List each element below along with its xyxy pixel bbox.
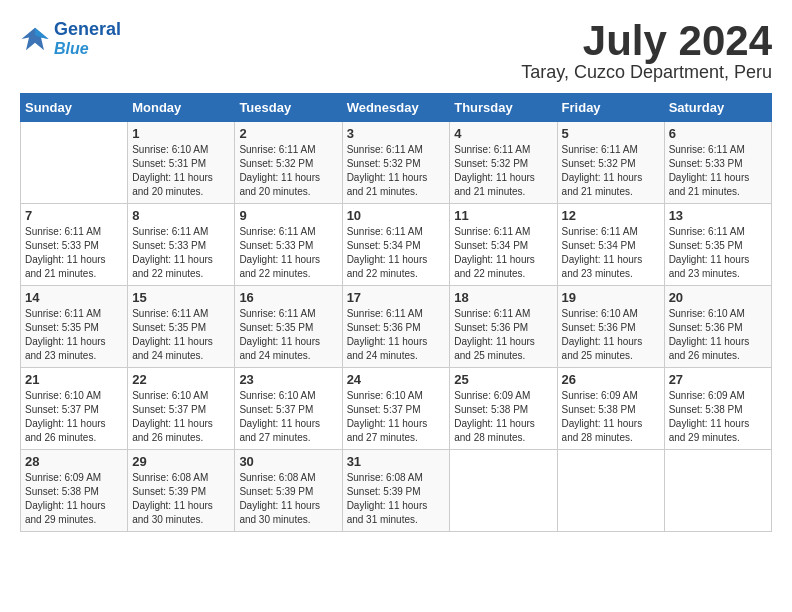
day-number: 27	[669, 372, 767, 387]
calendar-cell: 27Sunrise: 6:09 AMSunset: 5:38 PMDayligh…	[664, 368, 771, 450]
day-info: Sunrise: 6:11 AMSunset: 5:35 PMDaylight:…	[669, 225, 767, 281]
day-info: Sunrise: 6:11 AMSunset: 5:35 PMDaylight:…	[132, 307, 230, 363]
day-info: Sunrise: 6:09 AMSunset: 5:38 PMDaylight:…	[25, 471, 123, 527]
day-number: 15	[132, 290, 230, 305]
calendar-cell: 14Sunrise: 6:11 AMSunset: 5:35 PMDayligh…	[21, 286, 128, 368]
calendar-cell: 25Sunrise: 6:09 AMSunset: 5:38 PMDayligh…	[450, 368, 557, 450]
day-number: 17	[347, 290, 446, 305]
day-number: 29	[132, 454, 230, 469]
calendar-cell: 6Sunrise: 6:11 AMSunset: 5:33 PMDaylight…	[664, 122, 771, 204]
logo-icon	[20, 24, 50, 54]
calendar-cell: 17Sunrise: 6:11 AMSunset: 5:36 PMDayligh…	[342, 286, 450, 368]
weekday-header-friday: Friday	[557, 94, 664, 122]
calendar-cell: 2Sunrise: 6:11 AMSunset: 5:32 PMDaylight…	[235, 122, 342, 204]
day-number: 10	[347, 208, 446, 223]
day-number: 22	[132, 372, 230, 387]
calendar-cell: 11Sunrise: 6:11 AMSunset: 5:34 PMDayligh…	[450, 204, 557, 286]
day-info: Sunrise: 6:11 AMSunset: 5:32 PMDaylight:…	[454, 143, 552, 199]
day-number: 16	[239, 290, 337, 305]
calendar-cell: 18Sunrise: 6:11 AMSunset: 5:36 PMDayligh…	[450, 286, 557, 368]
month-title: July 2024	[521, 20, 772, 62]
day-number: 23	[239, 372, 337, 387]
day-info: Sunrise: 6:11 AMSunset: 5:32 PMDaylight:…	[347, 143, 446, 199]
calendar-cell	[557, 450, 664, 532]
day-number: 13	[669, 208, 767, 223]
weekday-header-sunday: Sunday	[21, 94, 128, 122]
day-number: 11	[454, 208, 552, 223]
day-number: 20	[669, 290, 767, 305]
day-number: 14	[25, 290, 123, 305]
day-info: Sunrise: 6:08 AMSunset: 5:39 PMDaylight:…	[132, 471, 230, 527]
logo-line1: General	[54, 19, 121, 39]
calendar-cell: 21Sunrise: 6:10 AMSunset: 5:37 PMDayligh…	[21, 368, 128, 450]
day-info: Sunrise: 6:08 AMSunset: 5:39 PMDaylight:…	[347, 471, 446, 527]
calendar-cell: 30Sunrise: 6:08 AMSunset: 5:39 PMDayligh…	[235, 450, 342, 532]
day-info: Sunrise: 6:11 AMSunset: 5:33 PMDaylight:…	[25, 225, 123, 281]
day-info: Sunrise: 6:10 AMSunset: 5:37 PMDaylight:…	[239, 389, 337, 445]
day-info: Sunrise: 6:11 AMSunset: 5:35 PMDaylight:…	[25, 307, 123, 363]
weekday-header-saturday: Saturday	[664, 94, 771, 122]
calendar-cell: 26Sunrise: 6:09 AMSunset: 5:38 PMDayligh…	[557, 368, 664, 450]
day-number: 25	[454, 372, 552, 387]
calendar-cell: 5Sunrise: 6:11 AMSunset: 5:32 PMDaylight…	[557, 122, 664, 204]
day-number: 30	[239, 454, 337, 469]
day-number: 6	[669, 126, 767, 141]
day-number: 28	[25, 454, 123, 469]
day-info: Sunrise: 6:11 AMSunset: 5:33 PMDaylight:…	[132, 225, 230, 281]
day-info: Sunrise: 6:11 AMSunset: 5:33 PMDaylight:…	[239, 225, 337, 281]
day-info: Sunrise: 6:11 AMSunset: 5:34 PMDaylight:…	[454, 225, 552, 281]
calendar-table: SundayMondayTuesdayWednesdayThursdayFrid…	[20, 93, 772, 532]
logo-line2: Blue	[54, 40, 121, 58]
calendar-cell: 20Sunrise: 6:10 AMSunset: 5:36 PMDayligh…	[664, 286, 771, 368]
day-info: Sunrise: 6:11 AMSunset: 5:33 PMDaylight:…	[669, 143, 767, 199]
calendar-cell: 3Sunrise: 6:11 AMSunset: 5:32 PMDaylight…	[342, 122, 450, 204]
calendar-cell	[664, 450, 771, 532]
calendar-cell: 29Sunrise: 6:08 AMSunset: 5:39 PMDayligh…	[128, 450, 235, 532]
day-info: Sunrise: 6:11 AMSunset: 5:32 PMDaylight:…	[562, 143, 660, 199]
calendar-cell: 22Sunrise: 6:10 AMSunset: 5:37 PMDayligh…	[128, 368, 235, 450]
location-title: Taray, Cuzco Department, Peru	[521, 62, 772, 83]
calendar-cell	[21, 122, 128, 204]
day-number: 26	[562, 372, 660, 387]
day-info: Sunrise: 6:11 AMSunset: 5:34 PMDaylight:…	[347, 225, 446, 281]
day-number: 1	[132, 126, 230, 141]
day-info: Sunrise: 6:10 AMSunset: 5:37 PMDaylight:…	[347, 389, 446, 445]
calendar-cell: 1Sunrise: 6:10 AMSunset: 5:31 PMDaylight…	[128, 122, 235, 204]
calendar-cell: 8Sunrise: 6:11 AMSunset: 5:33 PMDaylight…	[128, 204, 235, 286]
page-header: General Blue July 2024 Taray, Cuzco Depa…	[20, 20, 772, 83]
day-info: Sunrise: 6:10 AMSunset: 5:37 PMDaylight:…	[132, 389, 230, 445]
calendar-cell: 9Sunrise: 6:11 AMSunset: 5:33 PMDaylight…	[235, 204, 342, 286]
day-number: 8	[132, 208, 230, 223]
calendar-cell: 19Sunrise: 6:10 AMSunset: 5:36 PMDayligh…	[557, 286, 664, 368]
day-info: Sunrise: 6:11 AMSunset: 5:36 PMDaylight:…	[347, 307, 446, 363]
calendar-body: 1Sunrise: 6:10 AMSunset: 5:31 PMDaylight…	[21, 122, 772, 532]
day-info: Sunrise: 6:11 AMSunset: 5:35 PMDaylight:…	[239, 307, 337, 363]
calendar-week-4: 21Sunrise: 6:10 AMSunset: 5:37 PMDayligh…	[21, 368, 772, 450]
weekday-header-row: SundayMondayTuesdayWednesdayThursdayFrid…	[21, 94, 772, 122]
calendar-cell: 31Sunrise: 6:08 AMSunset: 5:39 PMDayligh…	[342, 450, 450, 532]
day-number: 19	[562, 290, 660, 305]
day-number: 3	[347, 126, 446, 141]
weekday-header-monday: Monday	[128, 94, 235, 122]
day-number: 24	[347, 372, 446, 387]
weekday-header-tuesday: Tuesday	[235, 94, 342, 122]
calendar-week-1: 1Sunrise: 6:10 AMSunset: 5:31 PMDaylight…	[21, 122, 772, 204]
weekday-header-thursday: Thursday	[450, 94, 557, 122]
calendar-cell: 10Sunrise: 6:11 AMSunset: 5:34 PMDayligh…	[342, 204, 450, 286]
day-number: 21	[25, 372, 123, 387]
day-number: 12	[562, 208, 660, 223]
day-number: 4	[454, 126, 552, 141]
logo: General Blue	[20, 20, 121, 57]
day-info: Sunrise: 6:11 AMSunset: 5:32 PMDaylight:…	[239, 143, 337, 199]
day-info: Sunrise: 6:11 AMSunset: 5:34 PMDaylight:…	[562, 225, 660, 281]
day-number: 7	[25, 208, 123, 223]
day-number: 5	[562, 126, 660, 141]
calendar-cell: 28Sunrise: 6:09 AMSunset: 5:38 PMDayligh…	[21, 450, 128, 532]
day-number: 18	[454, 290, 552, 305]
day-info: Sunrise: 6:10 AMSunset: 5:36 PMDaylight:…	[669, 307, 767, 363]
calendar-cell: 16Sunrise: 6:11 AMSunset: 5:35 PMDayligh…	[235, 286, 342, 368]
day-info: Sunrise: 6:10 AMSunset: 5:31 PMDaylight:…	[132, 143, 230, 199]
calendar-cell: 13Sunrise: 6:11 AMSunset: 5:35 PMDayligh…	[664, 204, 771, 286]
day-number: 31	[347, 454, 446, 469]
day-info: Sunrise: 6:10 AMSunset: 5:36 PMDaylight:…	[562, 307, 660, 363]
